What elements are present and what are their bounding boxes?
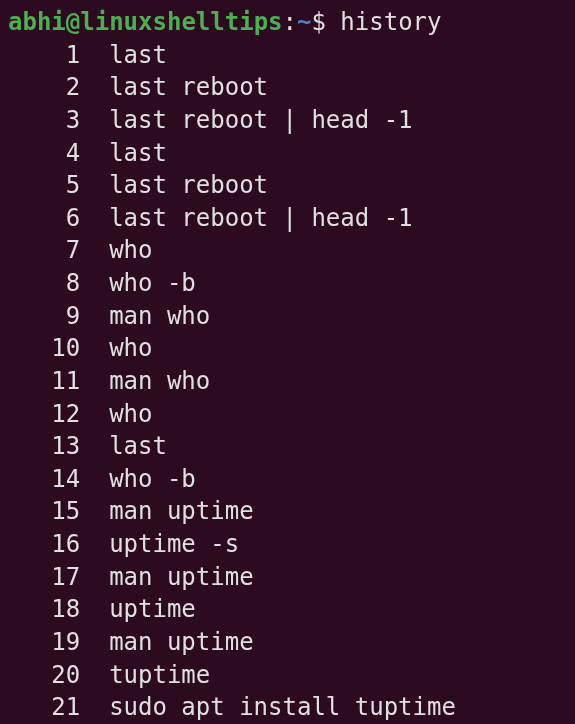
history-number: 8 bbox=[8, 267, 80, 300]
history-command: last bbox=[109, 41, 167, 69]
history-entry: 4last bbox=[8, 137, 567, 170]
history-entry: 18uptime bbox=[8, 593, 567, 626]
history-command: last reboot | head -1 bbox=[109, 204, 412, 232]
history-command: last reboot bbox=[109, 171, 268, 199]
history-number: 16 bbox=[8, 528, 80, 561]
history-number: 7 bbox=[8, 234, 80, 267]
history-entry: 3last reboot | head -1 bbox=[8, 104, 567, 137]
history-entry: 5last reboot bbox=[8, 169, 567, 202]
history-number: 18 bbox=[8, 593, 80, 626]
history-number: 14 bbox=[8, 463, 80, 496]
history-command: who -b bbox=[109, 465, 196, 493]
history-entry: 17man uptime bbox=[8, 561, 567, 594]
typed-command: history bbox=[340, 8, 441, 36]
history-number: 13 bbox=[8, 430, 80, 463]
history-command: who bbox=[109, 400, 152, 428]
history-number: 19 bbox=[8, 626, 80, 659]
history-command: who -b bbox=[109, 269, 196, 297]
history-entry: 1last bbox=[8, 39, 567, 72]
history-command: uptime bbox=[109, 595, 196, 623]
history-command: last reboot bbox=[109, 73, 268, 101]
prompt-colon: : bbox=[283, 8, 297, 36]
history-number: 5 bbox=[8, 169, 80, 202]
history-entry: 13last bbox=[8, 430, 567, 463]
prompt-dollar: $ bbox=[311, 8, 325, 36]
history-entry: 7who bbox=[8, 234, 567, 267]
history-command: man who bbox=[109, 367, 210, 395]
history-command: sudo apt install tuptime bbox=[109, 693, 456, 721]
history-entry: 21sudo apt install tuptime bbox=[8, 691, 567, 724]
terminal-prompt-line[interactable]: abhi@linuxshelltips:~$ history bbox=[8, 6, 567, 39]
history-command: man uptime bbox=[109, 563, 254, 591]
user-host: abhi@linuxshelltips bbox=[8, 8, 283, 36]
history-number: 10 bbox=[8, 332, 80, 365]
history-number: 1 bbox=[8, 39, 80, 72]
history-command: who bbox=[109, 334, 152, 362]
history-command: last reboot | head -1 bbox=[109, 106, 412, 134]
history-entry: 11man who bbox=[8, 365, 567, 398]
history-number: 4 bbox=[8, 137, 80, 170]
history-number: 11 bbox=[8, 365, 80, 398]
history-command: last bbox=[109, 432, 167, 460]
history-entry: 2last reboot bbox=[8, 71, 567, 104]
history-command: tuptime bbox=[109, 661, 210, 689]
history-number: 20 bbox=[8, 659, 80, 692]
history-entry: 19man uptime bbox=[8, 626, 567, 659]
history-entry: 12who bbox=[8, 398, 567, 431]
history-number: 6 bbox=[8, 202, 80, 235]
history-entry: 14who -b bbox=[8, 463, 567, 496]
history-entry: 16uptime -s bbox=[8, 528, 567, 561]
history-command: man who bbox=[109, 302, 210, 330]
history-number: 17 bbox=[8, 561, 80, 594]
history-entry: 8who -b bbox=[8, 267, 567, 300]
history-entry: 6last reboot | head -1 bbox=[8, 202, 567, 235]
history-command: uptime -s bbox=[109, 530, 239, 558]
history-command: man uptime bbox=[109, 497, 254, 525]
history-number: 21 bbox=[8, 691, 80, 724]
history-number: 9 bbox=[8, 300, 80, 333]
history-number: 12 bbox=[8, 398, 80, 431]
history-entry: 15man uptime bbox=[8, 495, 567, 528]
history-command: man uptime bbox=[109, 628, 254, 656]
history-number: 2 bbox=[8, 71, 80, 104]
history-number: 3 bbox=[8, 104, 80, 137]
history-entry: 9man who bbox=[8, 300, 567, 333]
history-entry: 20tuptime bbox=[8, 659, 567, 692]
history-entry: 10who bbox=[8, 332, 567, 365]
current-path: ~ bbox=[297, 8, 311, 36]
history-command: last bbox=[109, 139, 167, 167]
history-number: 15 bbox=[8, 495, 80, 528]
history-output: 1last 2last reboot 3last reboot | head -… bbox=[8, 39, 567, 724]
history-command: who bbox=[109, 236, 152, 264]
